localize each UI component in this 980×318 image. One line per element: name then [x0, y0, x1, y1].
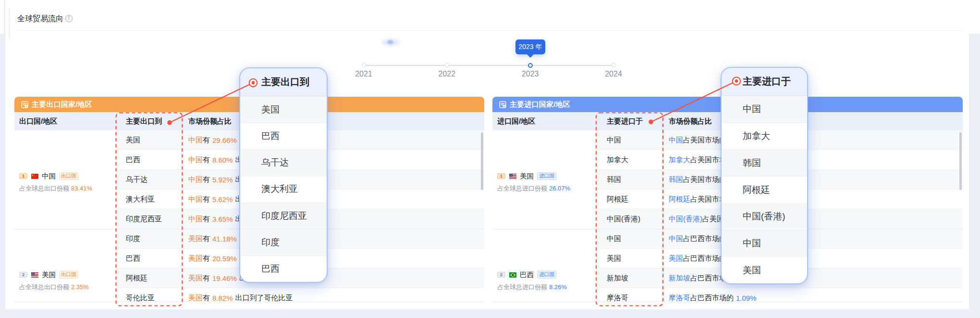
market-share-cell[interactable]: 美国有8.82%出口到了哥伦比亚 — [182, 288, 484, 302]
table-row[interactable]: 哥伦比亚美国有8.82%出口到了哥伦比亚 — [117, 288, 484, 302]
top-header-bar: 全球贸易流向 ! — [0, 0, 980, 34]
share-source-country: 新加坡 — [669, 274, 690, 283]
table-row[interactable]: 摩洛哥摩洛哥占巴西市场的1.09% — [598, 288, 963, 302]
share-source-country: 韩国 — [669, 175, 683, 184]
market-share-cell[interactable]: 美国占巴西市场的 — [662, 249, 963, 268]
export-group-cell[interactable]: 1中国出口国占全球总出口份额83.41% — [14, 130, 117, 229]
partner-country-cell[interactable]: 中国 — [598, 130, 662, 150]
partner-country-cell[interactable]: 加拿大 — [598, 150, 662, 169]
market-share-cell[interactable]: 韩国占美国市场的 — [662, 170, 963, 189]
partner-country-cell[interactable]: 巴西 — [117, 150, 182, 169]
timeline-track[interactable] — [364, 65, 613, 66]
market-share-cell[interactable]: 美国有41.18%出口到了印度 — [182, 229, 484, 248]
share-source-country: 美国 — [188, 234, 203, 243]
partner-country-cell[interactable]: 印度 — [117, 229, 182, 248]
market-share-cell[interactable]: 美国有20.59%出口到了巴西 — [182, 249, 484, 268]
table-scrollbar-thumb[interactable] — [959, 132, 962, 190]
share-percentage: 19.46% — [212, 274, 237, 282]
share-source-country: 加拿大 — [669, 155, 690, 165]
page-title: 全球贸易流向 — [17, 14, 63, 24]
export-callout-item[interactable]: 美国 — [240, 96, 327, 123]
market-share-cell[interactable]: 加拿大占美国市场的 — [662, 150, 963, 169]
market-share-cell[interactable]: 中国有5.92%出口到了乌干达 — [182, 170, 484, 189]
share-source-country: 中国 — [188, 215, 203, 224]
partner-country-label: 巴西 — [126, 155, 140, 165]
partner-country-cell[interactable]: 阿根廷 — [598, 190, 662, 209]
partner-country-cell[interactable]: 阿根廷 — [117, 268, 182, 288]
export-callout-item[interactable]: 乌干达 — [240, 149, 327, 176]
partner-country-cell[interactable]: 乌干达 — [117, 170, 182, 189]
partner-country-cell[interactable]: 澳大利亚 — [117, 190, 182, 209]
market-share-cell[interactable]: 新加坡占巴西市场的 — [662, 268, 963, 288]
partner-country-cell[interactable]: 印度尼西亚 — [117, 209, 182, 229]
global-share-value: 83.41% — [71, 185, 92, 192]
export-callout-item[interactable]: 巴西 — [240, 123, 327, 149]
market-share-cell[interactable]: 中国有3.65%出口到了印度尼西亚 — [182, 209, 484, 229]
import-callout-item[interactable]: 加拿大 — [722, 123, 807, 150]
partner-country-cell[interactable]: 美国 — [117, 130, 182, 150]
timeline-year-label[interactable]: 2024 — [594, 70, 633, 78]
share-text: 有 — [203, 215, 210, 224]
timeline-handle-2023[interactable] — [528, 63, 533, 68]
flag-usa-icon — [31, 272, 38, 278]
import-callout-item[interactable]: 中国(香港) — [722, 203, 807, 230]
share-percentage: 5.92% — [212, 176, 233, 184]
market-share-cell[interactable]: 阿根廷占美国市场的 — [662, 190, 963, 209]
market-share-cell[interactable]: 中国有29.66%出口到了美国 — [182, 130, 484, 150]
import-group-cell[interactable]: 2巴西进口国占全球总进口份额8.26% — [492, 229, 598, 302]
partner-country-label: 新加坡 — [607, 274, 628, 283]
market-share-cell[interactable]: 摩洛哥占巴西市场的1.09% — [662, 288, 963, 302]
share-percentage: 8.82% — [212, 294, 233, 302]
timeline-dot-2024[interactable] — [612, 63, 616, 67]
import-callout-item[interactable]: 韩国 — [722, 149, 807, 176]
flag-brazil-icon — [509, 272, 516, 278]
import-group-cell[interactable]: 1美国进口国占全球总进口份额26.07% — [492, 130, 598, 229]
share-source-country: 中国 — [669, 136, 683, 145]
export-group-cell[interactable]: 2美国出口国占全球总出口份额2.35% — [14, 229, 117, 302]
market-share-cell[interactable]: 中国有8.60%出口到了巴西 — [182, 150, 484, 169]
global-share-value: 26.07% — [549, 185, 570, 192]
group-country-name: 巴西 — [520, 270, 534, 280]
market-share-cell[interactable]: 中国有5.62%出口到了澳大利亚 — [182, 190, 484, 209]
timeline-year-label[interactable]: 2023 — [511, 70, 550, 78]
table-scrollbar-thumb[interactable] — [481, 132, 483, 190]
export-col-header-label: 市场份额占比 — [188, 117, 232, 126]
export-callout-item[interactable]: 澳大利亚 — [240, 176, 327, 202]
partner-country-cell[interactable]: 美国 — [598, 249, 662, 268]
partner-country-cell[interactable]: 哥伦比亚 — [117, 288, 182, 302]
partner-country-cell[interactable]: 中国 — [598, 229, 662, 248]
partner-country-cell[interactable]: 摩洛哥 — [598, 288, 662, 302]
timeline-dot-2022[interactable] — [445, 63, 449, 67]
timeline-dot-2021[interactable] — [362, 63, 366, 67]
export-callout-item[interactable]: 印度尼西亚 — [240, 203, 327, 229]
export-col-header-label: 主要出口到 — [126, 117, 162, 126]
global-share-prefix: 占全球总进口份额 — [497, 283, 547, 291]
card-gap-divider — [4, 0, 5, 34]
import-callout-item[interactable]: 中国 — [722, 96, 807, 123]
timeline-year-label[interactable]: 2022 — [428, 70, 466, 78]
share-source-country: 摩洛哥 — [669, 293, 690, 303]
timeline-year-label[interactable]: 2021 — [344, 70, 383, 78]
country-flag — [31, 272, 38, 278]
info-icon[interactable]: ! — [65, 15, 73, 22]
market-share-cell[interactable]: 中国占巴西市场的 — [662, 229, 963, 248]
global-share-value: 2.35% — [71, 283, 89, 291]
partner-country-cell[interactable]: 巴西 — [117, 249, 182, 268]
export-callout-item[interactable]: 巴西 — [240, 255, 327, 282]
market-share-cell[interactable]: 中国(香港)占美国市场的 — [662, 209, 963, 229]
import-callout-item[interactable]: 阿根廷 — [722, 176, 807, 203]
partner-country-label: 美国 — [607, 254, 621, 263]
partner-country-label: 美国 — [126, 136, 140, 145]
partner-country-cell[interactable]: 中国(香港) — [598, 209, 662, 229]
market-share-cell[interactable]: 美国有19.46%出口到了阿根廷 — [182, 268, 484, 288]
partner-country-cell[interactable]: 韩国 — [598, 170, 662, 189]
share-text: 占巴西市场的 — [683, 254, 726, 263]
share-percentage: 3.65% — [212, 215, 233, 223]
share-source-country: 美国 — [188, 274, 203, 283]
partner-country-cell[interactable]: 新加坡 — [598, 268, 662, 288]
market-share-cell[interactable]: 中国占美国市场的 — [662, 130, 963, 150]
share-text: 占美国市场的 — [683, 175, 726, 184]
import-callout-item[interactable]: 美国 — [722, 256, 807, 283]
export-callout-item[interactable]: 印度 — [240, 229, 327, 255]
import-callout-item[interactable]: 中国 — [722, 230, 807, 257]
